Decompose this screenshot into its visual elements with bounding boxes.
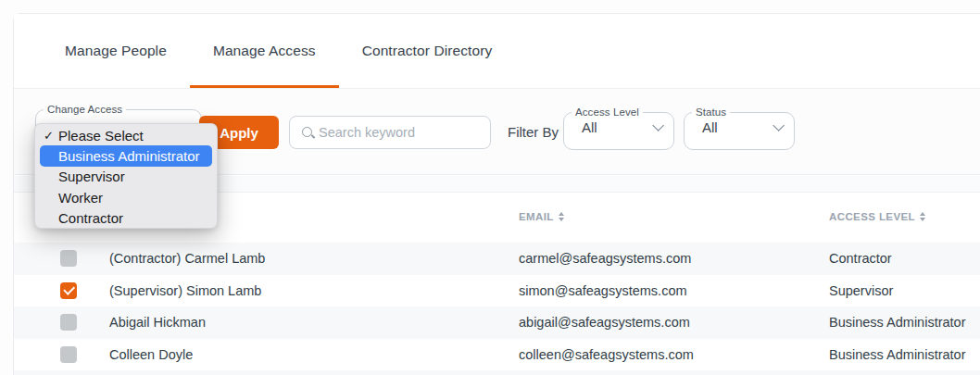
access-level-cell: Business Administrator xyxy=(829,347,965,362)
menu-item-label: Contractor xyxy=(58,210,123,226)
column-header-access-level[interactable]: ACCESS LEVEL xyxy=(829,211,925,222)
access-level-filter-value: All xyxy=(582,119,597,135)
menu-item-label: Business Administrator xyxy=(58,148,200,164)
search-box[interactable] xyxy=(289,116,491,149)
email-cell: colleen@safeagsystems.com xyxy=(519,347,694,362)
menu-item-supervisor[interactable]: Supervisor xyxy=(35,167,217,187)
access-level-filter-label: Access Level xyxy=(572,106,643,118)
email-cell: abigail@safeagsystems.com xyxy=(519,315,690,330)
name-cell: (Supervisor) Simon Lamb xyxy=(109,283,261,298)
change-access-dropdown-menu: ✓ Please Select Business Administrator S… xyxy=(34,123,218,229)
tab-bar: Manage People Manage Access Contractor D… xyxy=(14,14,980,89)
menu-item-business-administrator[interactable]: Business Administrator xyxy=(40,145,212,166)
filter-by-label: Filter By xyxy=(508,124,559,140)
status-filter-value: All xyxy=(702,119,718,135)
email-cell: carmel@safeagsystems.com xyxy=(519,251,691,266)
menu-item-label: Worker xyxy=(58,190,103,206)
name-cell: Abigail Hickman xyxy=(109,315,206,330)
row-checkbox-checked[interactable] xyxy=(60,282,77,299)
name-cell: Colleen Doyle xyxy=(109,347,193,362)
table-row[interactable]: (Supervisor) Simon Lamb simon@safeagsyst… xyxy=(14,275,980,307)
column-header-access-level-label: ACCESS LEVEL xyxy=(829,211,915,222)
table-row-partial xyxy=(14,370,980,375)
status-filter-label: Status xyxy=(692,106,730,118)
menu-item-label: Please Select xyxy=(58,128,144,144)
email-cell: simon@safeagsystems.com xyxy=(519,283,687,298)
access-level-cell: Supervisor xyxy=(829,283,893,298)
access-level-filter[interactable]: Access Level All xyxy=(563,106,674,150)
table-row[interactable]: Colleen Doyle colleen@safeagsystems.com … xyxy=(14,339,980,371)
check-icon: ✓ xyxy=(44,129,58,143)
row-checkbox[interactable] xyxy=(60,346,77,363)
search-input[interactable] xyxy=(319,125,481,140)
chevron-down-icon xyxy=(652,119,664,131)
tab-contractor-directory[interactable]: Contractor Directory xyxy=(339,14,516,88)
table-row[interactable]: Abigail Hickman abigail@safeagsystems.co… xyxy=(14,306,980,339)
sort-icon xyxy=(559,212,564,222)
menu-item-label: Supervisor xyxy=(58,169,125,184)
row-checkbox[interactable] xyxy=(60,314,77,331)
access-level-cell: Business Administrator xyxy=(829,315,965,330)
name-cell: (Contractor) Carmel Lamb xyxy=(109,251,265,266)
change-access-label: Change Access xyxy=(44,104,126,115)
tab-manage-access[interactable]: Manage Access xyxy=(190,14,339,88)
chevron-down-icon xyxy=(773,119,785,131)
sort-icon xyxy=(920,212,925,222)
access-level-cell: Contractor xyxy=(829,251,892,266)
status-filter[interactable]: Status All xyxy=(684,106,795,150)
column-header-email[interactable]: EMAIL xyxy=(519,211,564,222)
search-icon xyxy=(302,127,312,137)
menu-item-contractor[interactable]: Contractor xyxy=(35,208,217,229)
tab-manage-people[interactable]: Manage People xyxy=(42,14,190,88)
menu-item-worker[interactable]: Worker xyxy=(35,187,217,207)
column-header-email-label: EMAIL xyxy=(519,211,554,222)
table-row[interactable]: (Contractor) Carmel Lamb carmel@safeagsy… xyxy=(14,243,980,275)
menu-item-please-select[interactable]: ✓ Please Select xyxy=(35,125,217,145)
row-checkbox[interactable] xyxy=(60,250,77,267)
